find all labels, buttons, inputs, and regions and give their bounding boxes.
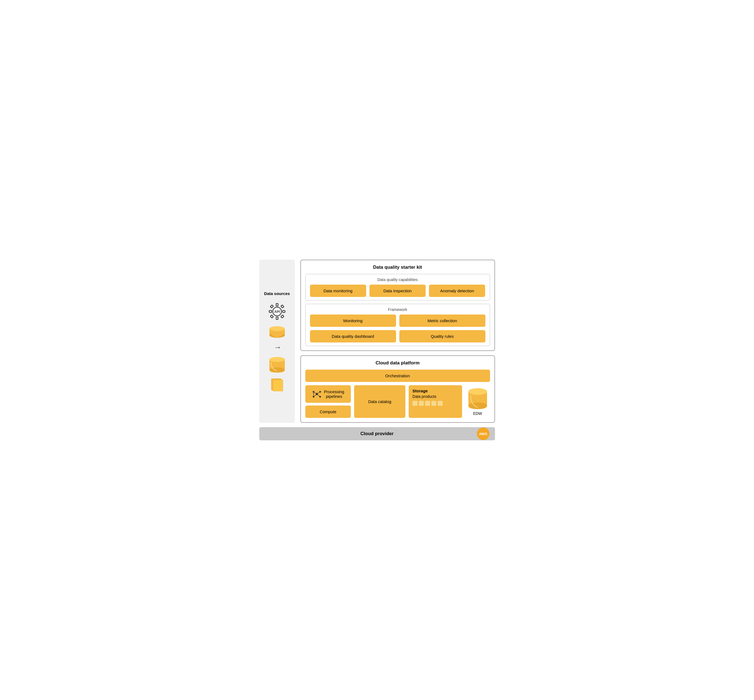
svg-text:API: API xyxy=(274,310,279,314)
storage-subtitle: Data products xyxy=(412,394,458,398)
top-section: Data sources API xyxy=(259,259,495,423)
svg-point-16 xyxy=(269,367,285,372)
storage-dot-5 xyxy=(438,401,443,406)
processing-pipelines-btn[interactable]: Processing pipelines xyxy=(305,385,351,403)
edw-label: EDW xyxy=(473,411,482,416)
orchestration-btn[interactable]: Orchestration xyxy=(305,370,490,382)
svg-line-27 xyxy=(314,394,317,397)
framework-box: Framework Monitoring Metric collection D… xyxy=(305,304,490,346)
cylinder-small-icon xyxy=(269,326,285,338)
arrow-right: → xyxy=(274,343,281,352)
storage-dot-3 xyxy=(425,401,430,406)
edw-cylinder-icon xyxy=(468,388,488,409)
data-sources-title: Data sources xyxy=(264,291,290,296)
storage-dots xyxy=(412,401,458,406)
storage-box: Storage Data products xyxy=(409,385,462,418)
edw-column: EDW xyxy=(465,385,490,418)
svg-point-14 xyxy=(269,326,285,331)
data-sources-column: Data sources API xyxy=(259,259,295,423)
main-container: Data sources API xyxy=(254,254,501,446)
capabilities-row: Data monitoring Data inspection Anomaly … xyxy=(310,284,485,297)
quality-rules-btn[interactable]: Quality rules xyxy=(399,330,485,342)
dq-dashboard-btn[interactable]: Data quality dashboard xyxy=(310,330,396,342)
storage-dot-4 xyxy=(431,401,436,406)
dq-starter-kit-title: Data quality starter kit xyxy=(305,265,490,270)
processing-pipelines-label: Processing pipelines xyxy=(324,389,344,398)
svg-rect-4 xyxy=(269,311,272,312)
platform-bottom-row: Processing pipelines Compute Data catalo… xyxy=(305,385,490,418)
dq-starter-kit-box: Data quality starter kit Data quality ca… xyxy=(300,259,495,351)
cloud-provider-text: Cloud provider xyxy=(361,431,393,436)
right-section: Data quality starter kit Data quality ca… xyxy=(300,259,495,423)
framework-section-title: Framework xyxy=(310,307,485,312)
data-monitoring-btn[interactable]: Data monitoring xyxy=(310,284,366,297)
network-icon xyxy=(312,389,322,399)
svg-line-25 xyxy=(314,392,317,394)
svg-point-31 xyxy=(468,403,487,409)
svg-line-28 xyxy=(317,394,320,397)
cylinder-large-icon xyxy=(269,357,285,373)
data-catalog-btn[interactable]: Data catalog xyxy=(354,385,405,418)
svg-rect-19 xyxy=(273,380,283,391)
cloud-platform-title: Cloud data platform xyxy=(305,360,490,366)
monitoring-btn[interactable]: Monitoring xyxy=(310,314,396,327)
svg-rect-5 xyxy=(283,311,285,312)
pp-compute-column: Processing pipelines Compute xyxy=(305,385,351,418)
svg-line-26 xyxy=(317,392,320,394)
svg-rect-8 xyxy=(270,315,273,318)
cloud-provider-bar: Cloud provider AWS xyxy=(259,427,495,441)
svg-rect-9 xyxy=(281,315,284,318)
data-inspection-btn[interactable]: Data inspection xyxy=(370,284,426,297)
document-icon xyxy=(270,378,284,391)
capabilities-box: Data quality capabilities Data monitorin… xyxy=(305,274,490,300)
aws-badge: AWS xyxy=(477,427,490,440)
compute-btn[interactable]: Compute xyxy=(305,406,351,418)
framework-grid: Monitoring Metric collection Data qualit… xyxy=(310,314,485,342)
api-gear-icon: API xyxy=(267,302,287,321)
svg-rect-2 xyxy=(276,303,278,306)
svg-rect-6 xyxy=(270,305,273,308)
storage-dot-1 xyxy=(412,401,417,406)
svg-rect-3 xyxy=(276,317,278,319)
capabilities-section-title: Data quality capabilities xyxy=(310,278,485,282)
cloud-platform-box: Cloud data platform Orchestration xyxy=(300,355,495,423)
storage-title: Storage xyxy=(412,389,458,393)
svg-point-32 xyxy=(468,388,487,395)
metric-collection-btn[interactable]: Metric collection xyxy=(399,314,485,327)
svg-rect-7 xyxy=(281,305,284,308)
anomaly-detection-btn[interactable]: Anomaly detection xyxy=(429,284,485,297)
svg-point-17 xyxy=(269,357,285,362)
storage-dot-2 xyxy=(419,401,424,406)
